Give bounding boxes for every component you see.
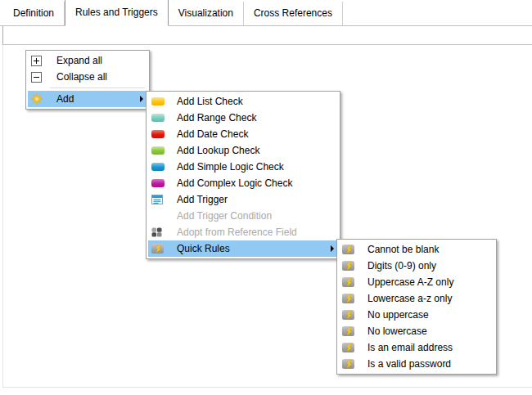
list-check-icon — [151, 97, 174, 105]
menu-item-label: No uppercase — [365, 309, 493, 321]
menu-item-adopt-from-reference-field[interactable]: Adopt from Reference Field — [148, 224, 338, 240]
tab-cross-references[interactable]: Cross References — [244, 2, 343, 25]
menu-item-add-trigger-condition[interactable]: Add Trigger Condition — [148, 208, 338, 224]
menu-item-expand-all[interactable]: Expand all — [28, 52, 147, 69]
add-submenu: Add List Check Add Range Check Add Date … — [146, 91, 340, 259]
menu-item-label: Uppercase A-Z only — [365, 276, 493, 288]
menu-item-label: Add Range Check — [174, 112, 336, 123]
range-check-icon — [151, 114, 174, 122]
expand-plus-icon — [31, 56, 54, 66]
menu-item-label: Cannot be blank — [365, 244, 493, 255]
menu-item-label: Quick Rules — [174, 243, 331, 254]
submenu-arrow-icon — [140, 96, 143, 102]
menu-item-label: Is an email address — [365, 342, 493, 353]
menu-item-label: Is a valid password — [365, 358, 493, 370]
complex-logic-check-icon — [151, 179, 174, 187]
panel-left-border — [2, 45, 3, 387]
tab-bar: Definition Rules and Triggers Visualizat… — [0, 0, 532, 26]
menu-item-digits-only[interactable]: Digits (0-9) only — [339, 258, 494, 274]
panel-bottom-border — [2, 387, 532, 388]
quick-rules-submenu: Cannot be blank Digits (0-9) only Upperc… — [336, 239, 497, 375]
trigger-icon — [151, 195, 174, 204]
menu-item-add-date-check[interactable]: Add Date Check — [148, 126, 338, 142]
menu-item-cannot-be-blank[interactable]: Cannot be blank — [339, 241, 494, 258]
menu-item-add-range-check[interactable]: Add Range Check — [148, 110, 338, 126]
menu-item-add-lookup-check[interactable]: Add Lookup Check — [148, 142, 338, 159]
lightning-icon — [342, 326, 365, 336]
lightning-icon — [342, 261, 365, 271]
lightning-icon — [342, 359, 365, 369]
menu-item-collapse-all[interactable]: Collapse all — [28, 69, 147, 85]
lookup-check-icon — [151, 146, 174, 155]
tab-definition[interactable]: Definition — [3, 2, 65, 25]
menu-item-label: Add Lookup Check — [174, 145, 336, 156]
menu-item-add[interactable]: Add — [28, 91, 147, 107]
menu-item-label: Add List Check — [174, 96, 336, 107]
menu-item-is-email-address[interactable]: Is an email address — [339, 339, 494, 356]
menu-item-no-uppercase[interactable]: No uppercase — [339, 307, 494, 323]
collapse-minus-icon — [31, 72, 54, 83]
menu-item-label: Expand all — [54, 55, 146, 66]
lightning-icon — [342, 294, 365, 303]
add-sparkle-icon — [31, 93, 54, 105]
context-menu: Expand all Collapse all Add — [25, 50, 150, 110]
tab-rules-and-triggers[interactable]: Rules and Triggers — [65, 0, 169, 26]
adopt-reference-grid-icon — [151, 227, 174, 237]
simple-logic-check-icon — [151, 163, 174, 171]
menu-item-label: Add Complex Logic Check — [174, 177, 336, 189]
menu-item-label: Digits (0-9) only — [365, 260, 493, 272]
menu-item-label: Add Trigger — [174, 194, 336, 205]
menu-item-add-trigger[interactable]: Add Trigger — [148, 191, 338, 208]
menu-item-uppercase-only[interactable]: Uppercase A-Z only — [339, 274, 494, 290]
submenu-arrow-icon — [331, 245, 334, 252]
menu-item-label: No lowercase — [365, 325, 493, 337]
date-check-icon — [151, 130, 174, 138]
menu-item-is-valid-password[interactable]: Is a valid password — [339, 356, 494, 372]
menu-item-add-complex-logic-check[interactable]: Add Complex Logic Check — [148, 175, 338, 191]
menu-item-label: Add — [54, 93, 140, 105]
menu-item-label: Lowercase a-z only — [365, 293, 493, 304]
menu-item-no-lowercase[interactable]: No lowercase — [339, 323, 494, 339]
menu-item-add-simple-logic-check[interactable]: Add Simple Logic Check — [148, 159, 338, 175]
lightning-icon — [342, 343, 365, 352]
menu-item-label: Add Trigger Condition — [174, 210, 336, 222]
menu-item-lowercase-only[interactable]: Lowercase a-z only — [339, 290, 494, 307]
menu-item-label: Adopt from Reference Field — [174, 227, 336, 238]
lightning-icon — [342, 310, 365, 320]
lightning-icon — [342, 245, 365, 254]
lightning-icon — [342, 277, 365, 287]
rules-and-triggers-page: Definition Rules and Triggers Visualizat… — [0, 0, 532, 395]
quick-rules-lightning-icon — [151, 244, 174, 254]
panel-header-divider — [2, 44, 532, 45]
menu-separator — [50, 88, 145, 88]
menu-item-label: Add Date Check — [174, 128, 336, 140]
menu-item-label: Collapse all — [54, 71, 146, 83]
tab-visualization[interactable]: Visualization — [169, 2, 244, 25]
menu-item-quick-rules[interactable]: Quick Rules — [148, 240, 338, 257]
panel-left-border-top — [2, 26, 3, 44]
menu-item-label: Add Simple Logic Check — [174, 161, 336, 173]
menu-item-add-list-check[interactable]: Add List Check — [148, 93, 338, 110]
